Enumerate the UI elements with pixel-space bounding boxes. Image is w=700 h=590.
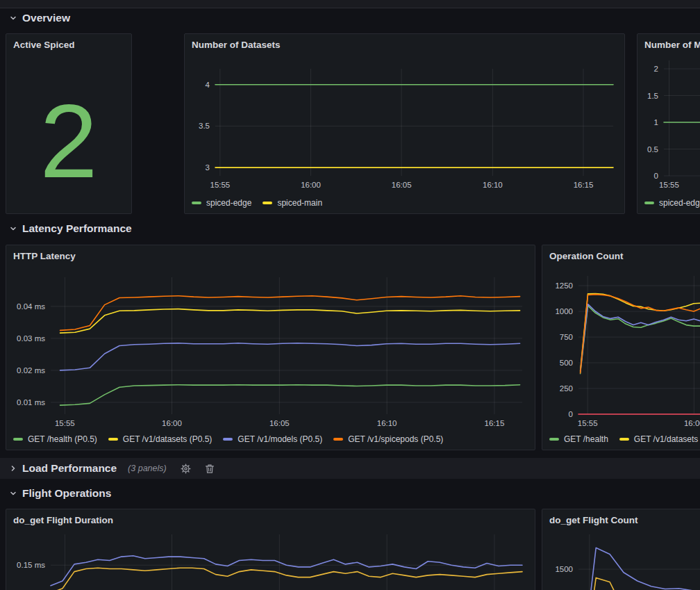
legend-swatch — [223, 438, 233, 441]
svg-text:1500: 1500 — [555, 565, 573, 573]
svg-text:0: 0 — [654, 172, 658, 180]
svg-text:0.03 ms: 0.03 ms — [17, 334, 45, 343]
legend-label: spiced-main — [277, 198, 322, 208]
legend-item[interactable]: GET /health — [549, 434, 608, 444]
do-get-flight-duration-chart[interactable]: 0.15 ms — [12, 530, 531, 590]
gear-icon — [181, 464, 191, 474]
panel-do-get-flight-count: do_get Flight Count 1500 — [542, 509, 700, 590]
panel-title-do-get-flight-duration[interactable]: do_get Flight Duration — [6, 509, 535, 525]
legend-http-latency: GET /health (P0.5)GET /v1/datasets (P0.5… — [13, 434, 454, 444]
legend-swatch — [192, 202, 201, 204]
legend-operation-count: GET /healthGET /v1/datasets — [549, 434, 700, 444]
svg-text:500: 500 — [560, 359, 573, 367]
panel-number-of-models: Number of Mo 15:5500.511.52 spiced-edge — [637, 33, 700, 214]
legend-label: GET /v1/spicepods (P0.5) — [348, 434, 443, 444]
svg-text:750: 750 — [560, 333, 573, 341]
legend-swatch — [108, 438, 118, 441]
legend-label: GET /health — [564, 434, 608, 444]
svg-text:1.5: 1.5 — [647, 92, 658, 100]
panel-count-note: (3 panels) — [128, 464, 167, 473]
svg-text:16:00: 16:00 — [162, 419, 182, 427]
section-title: Latency Performance — [22, 222, 132, 235]
legend-item[interactable]: GET /v1/datasets (P0.5) — [108, 434, 212, 444]
chevron-down-icon — [9, 224, 17, 233]
legend-item[interactable]: spiced-edge — [192, 198, 251, 208]
legend-label: GET /v1/models (P0.5) — [238, 434, 322, 444]
legend-label: GET /v1/datasets (P0.5) — [123, 434, 212, 444]
legend-label: GET /v1/datasets — [634, 434, 699, 444]
svg-text:16:10: 16:10 — [483, 181, 503, 189]
panel-title-number-of-datasets[interactable]: Number of Datasets — [185, 34, 624, 50]
top-toolbar-edge — [0, 0, 700, 8]
svg-text:1000: 1000 — [555, 307, 573, 316]
svg-text:1250: 1250 — [555, 281, 573, 290]
legend-number-of-models: spiced-edge — [644, 198, 700, 208]
legend-swatch — [549, 438, 559, 441]
panel-title-active-spiced[interactable]: Active Spiced — [6, 34, 131, 50]
stat-value: 2 — [6, 69, 131, 213]
trash-icon — [205, 464, 215, 474]
number-of-models-chart[interactable]: 15:5500.511.52 — [643, 58, 700, 208]
svg-text:0.5: 0.5 — [647, 145, 658, 154]
section-header-load-performance[interactable]: Load Performance (3 panels) — [0, 458, 700, 479]
row-delete-button[interactable] — [205, 464, 215, 474]
panel-title-number-of-models[interactable]: Number of Mo — [638, 34, 700, 50]
legend-number-of-datasets: spiced-edgespiced-main — [192, 198, 333, 208]
svg-text:16:05: 16:05 — [392, 181, 412, 189]
svg-text:0.02 ms: 0.02 ms — [17, 366, 45, 375]
chevron-down-icon — [9, 489, 17, 498]
panel-title-do-get-flight-count[interactable]: do_get Flight Count — [542, 509, 700, 525]
legend-label: spiced-edge — [659, 198, 700, 208]
svg-text:3: 3 — [206, 163, 210, 172]
legend-item[interactable]: GET /v1/datasets — [619, 434, 699, 444]
legend-item[interactable]: GET /health (P0.5) — [13, 434, 97, 444]
svg-text:16:15: 16:15 — [485, 419, 505, 427]
legend-item[interactable]: GET /v1/spicepods (P0.5) — [333, 434, 443, 444]
do-get-flight-count-chart[interactable]: 1500 — [548, 530, 700, 590]
panel-http-latency: HTTP Latency 15:5516:0016:0516:1016:150.… — [6, 245, 535, 450]
legend-swatch — [644, 202, 654, 204]
svg-text:250: 250 — [560, 384, 573, 393]
http-latency-chart[interactable]: 15:5516:0016:0516:1016:150.01 ms0.02 ms0… — [12, 268, 531, 441]
svg-text:0.04 ms: 0.04 ms — [17, 302, 45, 311]
svg-text:3.5: 3.5 — [199, 122, 210, 130]
section-title: Overview — [22, 12, 70, 24]
legend-item[interactable]: GET /v1/models (P0.5) — [223, 434, 322, 444]
legend-label: spiced-edge — [206, 198, 251, 208]
svg-text:16:10: 16:10 — [377, 419, 397, 427]
section-header-flight-operations[interactable]: Flight Operations — [9, 487, 111, 500]
svg-text:0: 0 — [569, 410, 573, 418]
svg-text:16:00: 16:00 — [301, 181, 321, 189]
row-settings-button[interactable] — [181, 464, 191, 474]
panel-title-http-latency[interactable]: HTTP Latency — [6, 245, 535, 261]
legend-swatch — [619, 438, 629, 441]
svg-text:15:55: 15:55 — [210, 181, 230, 189]
panel-number-of-datasets: Number of Datasets 15:5516:0016:0516:101… — [184, 33, 625, 214]
panel-title-operation-count[interactable]: Operation Count — [542, 245, 700, 261]
svg-text:16:05: 16:05 — [269, 419, 290, 427]
number-of-datasets-chart[interactable]: 15:5516:0016:0516:1016:1533.54 — [190, 58, 620, 208]
svg-text:15:55: 15:55 — [55, 419, 75, 427]
svg-text:0.15 ms: 0.15 ms — [17, 561, 45, 569]
svg-text:2: 2 — [654, 65, 658, 73]
legend-swatch — [262, 202, 272, 204]
legend-label: GET /health (P0.5) — [28, 434, 97, 444]
panel-do-get-flight-duration: do_get Flight Duration 0.15 ms — [6, 509, 535, 590]
legend-item[interactable]: spiced-main — [262, 198, 322, 208]
panel-operation-count: Operation Count 15:5516:0002505007501000… — [542, 245, 700, 450]
operation-count-chart[interactable]: 15:5516:00025050075010001250 — [548, 268, 700, 441]
svg-text:15:55: 15:55 — [659, 181, 679, 189]
legend-item[interactable]: spiced-edge — [644, 198, 700, 208]
svg-text:15:55: 15:55 — [578, 419, 598, 427]
svg-text:16:15: 16:15 — [574, 181, 594, 189]
svg-text:0.01 ms: 0.01 ms — [17, 398, 45, 407]
section-title: Load Performance — [22, 462, 117, 475]
chevron-right-icon — [9, 464, 17, 473]
chevron-down-icon — [9, 14, 17, 22]
panel-active-spiced: Active Spiced 2 — [6, 33, 132, 214]
svg-text:16:00: 16:00 — [684, 419, 700, 427]
svg-text:1: 1 — [654, 118, 658, 126]
legend-swatch — [13, 438, 23, 441]
section-header-overview[interactable]: Overview — [9, 12, 70, 24]
section-header-latency-performance[interactable]: Latency Performance — [9, 222, 132, 235]
